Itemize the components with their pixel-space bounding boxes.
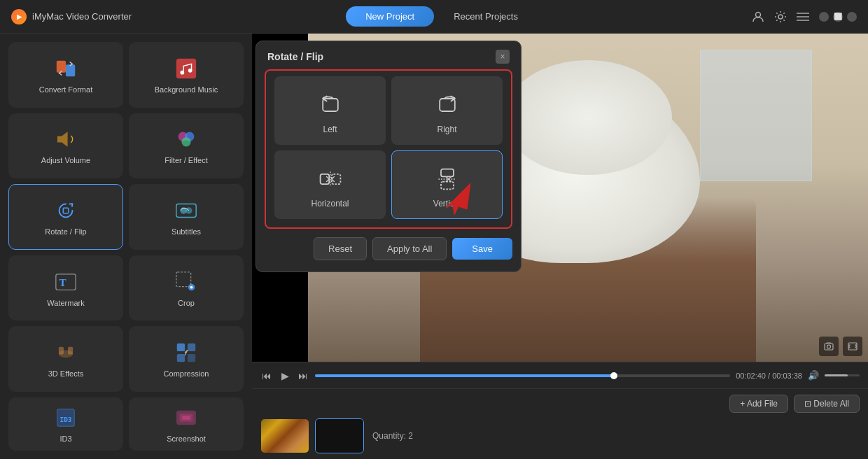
main-layout: Convert Format Background Music [0, 34, 868, 459]
modal-header: Rotate / Flip × [256, 41, 521, 69]
rotate-left-btn[interactable]: Left [274, 76, 386, 145]
svg-rect-13 [63, 208, 69, 213]
sidebar-item-convert-format[interactable]: Convert Format [8, 42, 123, 108]
rotate-flip-label: Rotate / Flip [45, 227, 86, 236]
background-music-label: Background Music [155, 85, 218, 94]
volume-bar[interactable] [825, 374, 860, 376]
filter-effect-label: Filter / Effect [164, 156, 208, 164]
compression-icon [174, 340, 199, 365]
rotate-flip-modal: Rotate / Flip × Left Right [255, 41, 522, 272]
svg-rect-23 [59, 348, 64, 354]
close-btn[interactable]: ✕ [847, 12, 857, 22]
progress-handle[interactable] [610, 372, 617, 379]
file-toolbar: + Add File ⊡ Delete All [260, 395, 860, 413]
watermark-label: Watermark [47, 299, 84, 307]
svg-text:T: T [59, 276, 66, 288]
3d-effects-icon [53, 340, 78, 365]
sidebar-item-watermark[interactable]: T Watermark [8, 255, 123, 321]
skip-back-btn[interactable]: ⏮ [260, 370, 273, 381]
recent-projects-btn[interactable]: Recent Projects [434, 6, 538, 27]
maximize-btn[interactable]: ⬜ [833, 12, 843, 22]
svg-point-0 [756, 12, 761, 17]
titlebar-right: — ⬜ ✕ [752, 10, 857, 23]
delete-all-btn[interactable]: ⊡ Delete All [794, 395, 860, 413]
screenshot-label: Screenshot [167, 435, 206, 443]
svg-rect-37 [331, 174, 340, 184]
subtitles-label: Subtitles [172, 227, 201, 236]
filter-effect-icon [174, 127, 199, 152]
fullscreen-icon[interactable] [843, 337, 862, 356]
modal-close-btn[interactable]: × [496, 50, 510, 64]
progress-fill [315, 374, 614, 377]
convert-format-label: Convert Format [39, 85, 92, 94]
svg-rect-26 [177, 354, 185, 362]
modal-title: Rotate / Flip [267, 51, 323, 62]
thumbnail-1[interactable] [260, 418, 309, 453]
modal-actions: Reset Apply to All Save [256, 237, 521, 260]
video-controls: ⏮ ▶ ⏭ 00:02:40 / 00:03:38 🔊 [252, 362, 868, 388]
thumbnail-2-image [316, 419, 363, 453]
svg-rect-36 [320, 174, 329, 184]
time-display: 00:02:40 / 00:03:38 [736, 372, 802, 380]
video-overlay-icons [819, 337, 862, 356]
svg-rect-24 [69, 348, 73, 354]
arrow-pointer [439, 180, 477, 218]
progress-bar[interactable] [315, 374, 730, 377]
apply-to-all-btn[interactable]: Apply to All [372, 237, 447, 260]
svg-rect-7 [176, 59, 196, 78]
quantity-text: Quantity: 2 [372, 431, 413, 441]
sidebar-item-id3[interactable]: ID3 ID3 [8, 397, 123, 451]
play-btn[interactable]: ▶ [279, 370, 291, 381]
subtitles-icon [174, 198, 199, 223]
svg-rect-6 [66, 64, 75, 76]
convert-format-icon [53, 56, 78, 81]
minimize-btn[interactable]: — [819, 12, 829, 22]
add-file-btn[interactable]: + Add File [729, 395, 788, 413]
svg-rect-27 [188, 344, 195, 351]
svg-rect-44 [848, 343, 857, 350]
titlebar: ▶ iMyMac Video Converter New Project Rec… [0, 0, 868, 34]
new-project-btn[interactable]: New Project [346, 6, 434, 27]
titlebar-left: ▶ iMyMac Video Converter [11, 9, 132, 24]
rotate-right-btn[interactable]: Right [391, 76, 503, 145]
app-title: iMyMac Video Converter [32, 11, 132, 22]
watermark-icon: T [53, 269, 78, 295]
background-music-icon [174, 56, 199, 81]
user-icon[interactable] [752, 10, 764, 23]
sidebar-item-screenshot[interactable]: Screenshot [129, 397, 244, 451]
svg-point-9 [188, 69, 192, 73]
3d-effects-label: 3D Effects [48, 369, 84, 378]
sidebar-item-adjust-volume[interactable]: Adjust Volume [8, 113, 123, 179]
sidebar-item-rotate-flip[interactable]: Rotate / Flip [8, 184, 123, 250]
svg-rect-25 [177, 344, 185, 351]
camera-icon[interactable] [819, 337, 839, 356]
thumbnail-2[interactable] [315, 418, 364, 453]
id3-label: ID3 [59, 435, 71, 443]
svg-text:ID3: ID3 [60, 416, 72, 423]
sidebar-item-crop[interactable]: Crop [129, 255, 244, 321]
svg-point-12 [181, 138, 190, 147]
screenshot-icon [174, 405, 199, 430]
svg-rect-33 [182, 416, 190, 420]
titlebar-center: New Project Recent Projects [346, 6, 538, 27]
file-thumbnails: Quantity: 2 [260, 418, 860, 453]
sidebar-item-filter-effect[interactable]: Filter / Effect [129, 113, 244, 179]
app-logo: ▶ [11, 9, 27, 24]
rotate-right-label: Right [437, 125, 456, 134]
sidebar-item-3d-effects[interactable]: 3D Effects [8, 326, 123, 392]
crop-label: Crop [178, 299, 195, 307]
settings-icon[interactable] [774, 10, 787, 23]
save-btn[interactable]: Save [452, 238, 512, 260]
sidebar-item-compression[interactable]: Compression [129, 326, 244, 392]
flip-horizontal-btn[interactable]: Horizontal [274, 150, 386, 219]
skip-forward-btn[interactable]: ⏭ [297, 370, 309, 381]
sidebar-item-background-music[interactable]: Background Music [129, 42, 244, 108]
menu-icon[interactable] [797, 10, 809, 23]
volume-icon[interactable]: 🔊 [808, 370, 819, 381]
svg-point-8 [181, 71, 185, 75]
sidebar: Convert Format Background Music [0, 34, 252, 459]
adjust-volume-icon [53, 127, 78, 152]
sidebar-item-subtitles[interactable]: Subtitles [129, 184, 244, 250]
reset-btn[interactable]: Reset [314, 237, 367, 260]
adjust-volume-label: Adjust Volume [41, 156, 90, 164]
